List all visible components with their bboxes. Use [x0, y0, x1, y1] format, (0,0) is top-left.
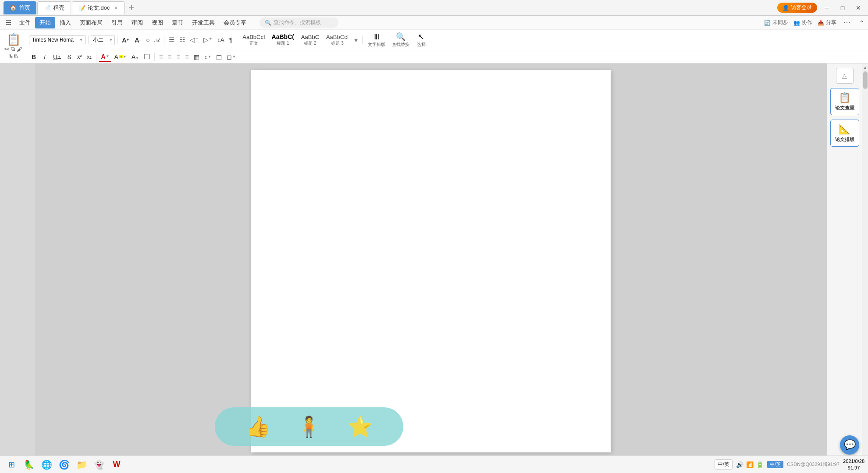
special-chars-btn[interactable]: 𝒜	[153, 35, 161, 45]
menu-file[interactable]: 文件	[15, 17, 35, 28]
time: 91:97	[848, 465, 860, 471]
ie-taskbar-btn[interactable]: 🌀	[56, 457, 72, 473]
tab-doc-label: 论文.doc	[88, 4, 110, 12]
copy-button[interactable]: ⧉	[11, 46, 15, 53]
sidebar-up-btn[interactable]: △	[836, 68, 854, 84]
font-color-btn[interactable]: A▼	[99, 52, 111, 62]
menu-review[interactable]: 审阅	[127, 17, 147, 28]
input-method-label[interactable]: 中/英	[767, 461, 783, 468]
font-clear-btn[interactable]: ○	[144, 35, 151, 44]
scroll-up-arrow[interactable]: ▲	[862, 64, 868, 71]
clock: 2021/8/28 91:97	[843, 458, 864, 471]
browser-taskbar-btn[interactable]: 🌐	[39, 457, 54, 473]
text-bg-btn[interactable]: A▼	[130, 53, 141, 61]
font-row-2: B I U▼ S x² x₂ A▼ AH▼ A▼ ☐ ≡ ≡ ≡ ≡ ▦ ↕▼ …	[27, 50, 868, 63]
subscript-btn[interactable]: x₂	[85, 53, 94, 61]
align-right-btn[interactable]: ≡	[175, 52, 182, 61]
indent-decrease-btn[interactable]: ◁⁻	[188, 35, 200, 45]
style-h2[interactable]: AaBbC 标题 2	[298, 33, 322, 47]
doc-canvas[interactable]	[35, 64, 827, 459]
line-spacing-btn[interactable]: ↕▼	[203, 53, 213, 61]
menu-ref[interactable]: 引用	[107, 17, 127, 28]
column-layout-btn[interactable]: ▦	[192, 53, 201, 61]
style-h1[interactable]: AaBbC( 标题 1	[269, 32, 297, 47]
menu-hamburger[interactable]: ☰	[2, 17, 15, 28]
menu-member[interactable]: 会员专享	[219, 17, 251, 28]
explorer-taskbar-btn[interactable]: 📁	[74, 457, 89, 473]
highlight-btn[interactable]: AH▼	[112, 53, 128, 61]
border-btn[interactable]: ☐	[142, 52, 152, 62]
maximize-button[interactable]: □	[836, 3, 849, 13]
vertical-scrollbar[interactable]: ▲	[862, 64, 868, 459]
menu-layout[interactable]: 页面布局	[75, 17, 107, 28]
menu-view[interactable]: 视图	[147, 17, 167, 28]
style-h3[interactable]: AaBbCcI 标题 3	[324, 33, 351, 47]
login-button[interactable]: 👤 访客登录	[777, 3, 817, 13]
paper-layout-icon: 📐	[839, 124, 850, 135]
close-button[interactable]: ✕	[852, 3, 864, 13]
paragraph-marks-btn[interactable]: ¶	[228, 35, 235, 44]
font-increase-btn[interactable]: A+	[120, 35, 131, 45]
style-normal[interactable]: AaBbCcI 正文	[240, 33, 267, 47]
bold-btn[interactable]: B	[29, 52, 39, 62]
paste-button[interactable]: 📋	[7, 34, 21, 45]
app5-taskbar-btn[interactable]: 👻	[91, 457, 107, 473]
ime-indicator[interactable]: 中/英	[715, 459, 733, 469]
format-brush-button[interactable]: 🖌	[17, 46, 22, 53]
menu-dev[interactable]: 开发工具	[188, 17, 219, 28]
align-justify-btn[interactable]: ≡	[183, 52, 191, 61]
tray-icon-1[interactable]: 🔊	[736, 461, 743, 468]
superscript-btn[interactable]: x²	[75, 53, 84, 61]
tab-doc[interactable]: 📝 论文.doc ✕	[72, 1, 125, 14]
menu-start[interactable]: 开始	[35, 17, 55, 28]
styles-expand-btn[interactable]: ▾	[352, 35, 359, 45]
minimize-button[interactable]: ─	[821, 3, 833, 13]
tab-doc-close[interactable]: ✕	[114, 5, 118, 11]
tray-icon-3[interactable]: 🔋	[756, 461, 764, 468]
ordered-list-btn[interactable]: ☷	[178, 35, 187, 45]
share-btn[interactable]: 📤 分享	[818, 19, 836, 26]
star-btn[interactable]: ⭐	[348, 415, 373, 438]
style-normal-preview: AaBbCcI	[242, 34, 265, 40]
sort-btn[interactable]: ↕A	[215, 35, 226, 44]
underline-btn[interactable]: U▼	[51, 52, 63, 62]
tab-draft[interactable]: 📄 稻壳	[37, 1, 71, 14]
ribbon-toolbar: 📋 ✂ ⧉ 🖌 粘贴 Times New Roma ▼ 小二	[0, 30, 868, 64]
collapse-ribbon-btn[interactable]: ⌃	[857, 19, 866, 26]
select-btn[interactable]: ↖ 选择	[413, 31, 429, 49]
menu-insert[interactable]: 插入	[55, 17, 75, 28]
tray-icon-2[interactable]: 📶	[746, 461, 754, 468]
sync-status[interactable]: 🔄 未同步	[764, 19, 788, 26]
doc-page[interactable]	[251, 70, 611, 452]
person-share-btn[interactable]: 🧍	[296, 415, 321, 438]
add-tab-btn[interactable]: +	[127, 3, 136, 13]
more-btn[interactable]: ⋯	[842, 18, 852, 27]
italic-btn[interactable]: I	[40, 52, 50, 62]
font-name-value: Times New Roma	[32, 37, 74, 43]
font-size-selector[interactable]: 小二 ▼	[91, 35, 115, 45]
scroll-thumb[interactable]	[863, 71, 868, 89]
shading-btn[interactable]: ◫	[214, 53, 224, 61]
unordered-list-btn[interactable]: ☰	[167, 35, 176, 45]
thumbs-up-btn[interactable]: 👍	[245, 415, 270, 438]
menu-chapter[interactable]: 章节	[167, 17, 188, 28]
find-replace-btn[interactable]: 🔍 查找替换	[389, 31, 412, 49]
font-name-selector[interactable]: Times New Roma ▼	[29, 35, 86, 44]
indent-increase-btn[interactable]: ▷⁺	[202, 35, 214, 45]
strikethrough-btn[interactable]: S	[64, 52, 74, 62]
wps-taskbar-btn[interactable]: 🦜	[21, 457, 37, 473]
paper-check-btn[interactable]: 📋 论文查重	[830, 88, 859, 115]
search-box[interactable]: 🔍 查找命令、搜索模板	[260, 18, 338, 28]
start-btn[interactable]: ⊞	[4, 457, 19, 473]
text-layout-btn[interactable]: Ⅲ 文字排版	[365, 31, 388, 49]
cut-button[interactable]: ✂	[4, 46, 9, 53]
collab-btn[interactable]: 👥 协作	[793, 19, 812, 26]
align-left-btn[interactable]: ≡	[157, 52, 165, 61]
font-decrease-btn[interactable]: A-	[132, 35, 143, 45]
paper-layout-btn[interactable]: 📐 论文排版	[830, 120, 859, 147]
wps-doc-taskbar-btn[interactable]: W	[109, 457, 125, 473]
border2-btn[interactable]: ◻▼	[225, 53, 238, 61]
chat-button[interactable]: 💬	[840, 435, 859, 455]
tab-home[interactable]: 🏠 首页	[4, 1, 36, 14]
align-center-btn[interactable]: ≡	[166, 52, 174, 61]
